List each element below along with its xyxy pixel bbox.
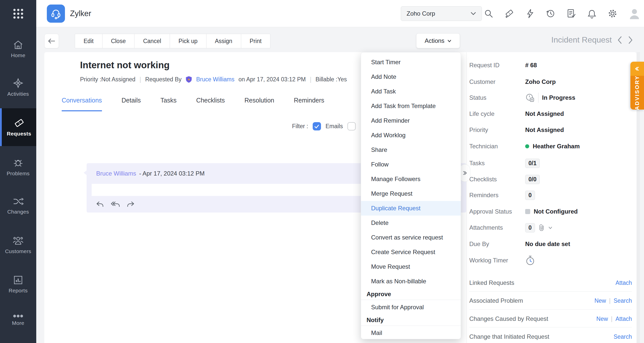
add-request-icon[interactable] [505, 9, 514, 18]
user-avatar[interactable] [628, 8, 640, 20]
menu-section-approve: Approve [361, 289, 461, 300]
header-icons [484, 0, 640, 27]
people-icon [12, 236, 24, 246]
detail-label: Life cycle [469, 110, 525, 117]
sidebar-item-activities[interactable]: Activities [0, 68, 36, 106]
menu-item-manage-followers[interactable]: Manage Followers [361, 172, 461, 186]
advisory-tab-body[interactable]: ADVISORY [630, 76, 644, 110]
value-divider [538, 93, 539, 103]
notifications-bell-icon[interactable] [587, 9, 597, 18]
search-icon[interactable] [484, 9, 493, 18]
reply-icon[interactable] [96, 201, 104, 208]
reminders-count-badge[interactable]: 0 [525, 191, 535, 200]
notes-checkbox[interactable] [347, 122, 356, 130]
change-initiated-search-link[interactable]: Search [614, 333, 632, 340]
sidebar-item-reports[interactable]: Reports [0, 265, 36, 303]
history-icon[interactable] [546, 9, 555, 18]
assign-button[interactable]: Assign [206, 34, 241, 48]
tab-tasks[interactable]: Tasks [160, 97, 176, 111]
detail-row-status: Status In Progress [469, 90, 632, 106]
portal-selector[interactable]: Zoho Corp [401, 6, 482, 21]
request-title: Internet not working [80, 60, 170, 71]
menu-item-merge-request[interactable]: Merge Request [361, 186, 461, 201]
activities-icon [13, 78, 23, 88]
paperclip-icon[interactable] [539, 224, 545, 231]
tasks-count-badge[interactable]: 0/1 [525, 159, 540, 168]
tab-conversations[interactable]: Conversations [62, 97, 102, 111]
tab-reminders[interactable]: Reminders [294, 97, 324, 111]
detail-value: Not Assigned [525, 126, 564, 133]
page-title: Incident Request [551, 35, 612, 45]
print-button[interactable]: Print [241, 34, 270, 48]
tab-resolution[interactable]: Resolution [244, 97, 274, 111]
edit-button[interactable]: Edit [75, 34, 102, 48]
menu-item-add-worklog[interactable]: Add Worklog [361, 128, 461, 143]
emails-checkbox[interactable] [313, 122, 321, 130]
prev-request-icon[interactable] [617, 36, 622, 44]
technician-name[interactable]: Heather Graham [533, 143, 580, 150]
attachments-count-badge[interactable]: 0 [525, 223, 535, 232]
detail-label: Checklists [469, 176, 525, 183]
menu-item-submit-for-approval[interactable]: Submit for Approval [361, 300, 461, 315]
cancel-button[interactable]: Cancel [134, 34, 170, 48]
associated-problem-search-link[interactable]: Search [614, 297, 632, 304]
due-by-value: No due date set [525, 241, 570, 248]
detail-value: Zoho Corp [525, 78, 556, 85]
changes-caused-new-link[interactable]: New [596, 316, 608, 322]
menu-item-convert-as-service-request[interactable]: Convert as service request [361, 230, 461, 245]
stopwatch-icon[interactable] [525, 255, 535, 266]
sidebar-item-changes[interactable]: Changes [0, 187, 36, 225]
menu-item-follow[interactable]: Follow [361, 157, 461, 172]
tab-details[interactable]: Details [122, 97, 141, 111]
sidebar-item-customers[interactable]: Customers [0, 226, 36, 264]
close-button[interactable]: Close [102, 34, 135, 48]
menu-item-mail[interactable]: Mail [361, 326, 461, 339]
menu-item-add-task-from-template[interactable]: Add Task from Template [361, 99, 461, 113]
detail-row-due-by: Due By No due date set [469, 236, 632, 252]
detail-label: Worklog Timer [469, 257, 525, 264]
menu-item-add-reminder[interactable]: Add Reminder [361, 113, 461, 128]
detail-row-tasks: Tasks 0/1 [469, 155, 632, 171]
menu-item-duplicate-request[interactable]: Duplicate Request [361, 201, 461, 216]
menu-item-mark-as-non-billable[interactable]: Mark as Non-billable [361, 274, 461, 289]
back-button[interactable] [44, 34, 59, 48]
actions-dropdown-button[interactable]: Actions [416, 33, 460, 48]
changes-caused-label: Changes Caused by Request [469, 315, 548, 322]
filter-label: Filter : [292, 123, 308, 130]
next-request-icon[interactable] [628, 36, 633, 44]
menu-item-add-task[interactable]: Add Task [361, 84, 461, 99]
changes-caused-row: Changes Caused by Request New | Attach [469, 314, 632, 324]
sidebar-item-requests[interactable]: Requests [0, 108, 36, 146]
actions-button-label: Actions [425, 37, 445, 44]
quick-actions-icon[interactable] [525, 9, 535, 18]
linked-requests-attach-link[interactable]: Attach [616, 280, 632, 286]
status-value[interactable]: In Progress [542, 94, 575, 101]
chevron-down-icon[interactable] [549, 227, 552, 229]
menu-item-share[interactable]: Share [361, 143, 461, 157]
app-logo[interactable] [47, 5, 65, 23]
settings-gear-icon[interactable] [608, 9, 617, 18]
sidebar-item-problems[interactable]: Problems [0, 148, 36, 186]
requester-link[interactable]: Bruce Williams [196, 76, 234, 83]
pickup-button[interactable]: Pick up [170, 34, 206, 48]
message-author-link[interactable]: Bruce Williams [96, 170, 136, 177]
sidebar-item-home[interactable]: Home [0, 30, 36, 68]
reply-all-icon[interactable] [111, 201, 120, 208]
apps-grid-button[interactable] [0, 0, 36, 27]
menu-item-move-request[interactable]: Move Request [361, 259, 461, 274]
advisory-expand-button[interactable] [630, 62, 644, 76]
sidebar-item-more[interactable]: More [0, 305, 36, 335]
menu-item-create-service-request[interactable]: Create Service Request [361, 245, 461, 259]
feedback-form-icon[interactable] [566, 9, 576, 18]
menu-item-delete[interactable]: Delete [361, 216, 461, 230]
associated-problem-new-link[interactable]: New [594, 297, 606, 304]
changes-caused-attach-link[interactable]: Attach [616, 316, 632, 322]
menu-item-start-timer[interactable]: Start Timer [361, 55, 461, 70]
forward-icon[interactable] [127, 201, 134, 208]
request-tabs: Conversations Details Tasks Checklists R… [62, 97, 324, 111]
tab-checklists[interactable]: Checklists [196, 97, 225, 111]
menu-item-add-note[interactable]: Add Note [361, 70, 461, 84]
request-priority: Priority :Not Assigned [80, 76, 135, 83]
checklists-count-badge[interactable]: 0/0 [525, 175, 540, 184]
bug-icon [13, 157, 23, 168]
